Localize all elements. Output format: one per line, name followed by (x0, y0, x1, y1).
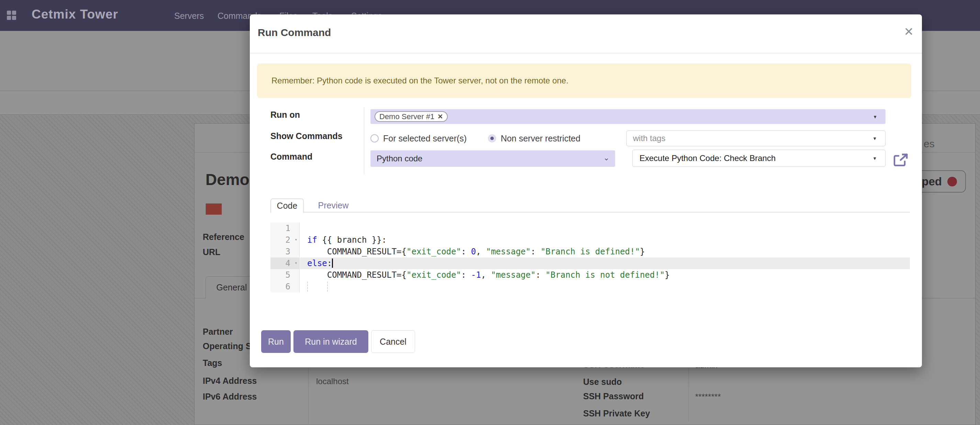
show-commands-radios: For selected server(s)Non server restric… (371, 130, 581, 146)
modal-title: Run Command (258, 27, 331, 38)
code-text: else: (307, 258, 333, 268)
editor-gutter: 3 (270, 246, 300, 257)
cancel-button[interactable]: Cancel (371, 330, 415, 353)
fold-arrow-icon[interactable]: ▾ (295, 260, 297, 265)
line-number: 2 (286, 235, 290, 245)
line-number: 3 (286, 247, 290, 257)
with-tags-select[interactable]: with tags ▼ (627, 130, 886, 146)
line-number: 6 (286, 282, 290, 292)
editor-gutter: 4▾ (270, 257, 300, 269)
command-select[interactable]: Execute Python Code: Check Branch ▼ (632, 150, 886, 167)
chevron-down-icon: ▼ (872, 156, 877, 161)
fold-arrow-icon[interactable]: ▾ (295, 237, 297, 242)
modal-tabs: Code Preview (270, 198, 910, 212)
code-text: COMMAND_RESULT={"exit_code": -1, "messag… (307, 270, 670, 280)
run-on-field[interactable]: Demo Server #1✕ ▼ (371, 109, 886, 124)
tab-code[interactable]: Code (270, 198, 304, 213)
warning-alert: Remember: Python code is executed on the… (257, 63, 911, 98)
line-number: 5 (286, 270, 290, 280)
tab-preview[interactable]: Preview (314, 198, 352, 212)
line-number: 1 (286, 224, 290, 233)
brand-title[interactable]: Cetmix Tower (32, 7, 118, 22)
code-line[interactable]: 3 COMMAND_RESULT={"exit_code": 0, "messa… (270, 246, 910, 257)
chevron-down-icon: ▼ (873, 114, 877, 119)
show-commands-label: Show Commands (270, 131, 343, 141)
run-in-wizard-button[interactable]: Run in wizard (293, 330, 368, 353)
line-number: 4 (286, 258, 290, 268)
code-line[interactable]: 1 (270, 222, 910, 234)
run-on-label: Run on (270, 110, 300, 120)
server-tag[interactable]: Demo Server #1✕ (375, 111, 448, 122)
code-line[interactable]: 6 (270, 281, 910, 292)
run-button[interactable]: Run (261, 330, 291, 353)
command-type-select[interactable]: Python code ⌄ (371, 151, 615, 167)
chevron-down-icon: ▼ (872, 136, 877, 141)
code-text: if {{ branch }}: (307, 235, 387, 245)
screen: Servers / Demo Server #1 Edit Create </>… (0, 0, 980, 425)
editor-gutter: 5 (270, 269, 300, 281)
editor-gutter: 2▾ (270, 234, 300, 246)
code-line[interactable]: 4▾else: (270, 257, 910, 269)
nav-item-servers[interactable]: Servers (174, 11, 204, 21)
tag-remove-icon[interactable]: ✕ (438, 113, 443, 121)
code-editor[interactable]: 12▾if {{ branch }}:3 COMMAND_RESULT={"ex… (270, 222, 910, 292)
editor-cursor (332, 258, 333, 268)
command-label: Command (270, 152, 312, 162)
editor-gutter: 6 (270, 281, 300, 292)
editor-gutter: 1 (270, 222, 300, 234)
code-line[interactable]: 5 COMMAND_RESULT={"exit_code": -1, "mess… (270, 269, 910, 281)
radio-label: For selected server(s) (383, 133, 467, 143)
code-text: COMMAND_RESULT={"exit_code": 0, "message… (307, 247, 645, 257)
radio-for-selected-servers[interactable] (371, 134, 379, 143)
radio-non-server-restricted[interactable] (488, 134, 496, 143)
chevron-down-icon: ⌄ (603, 154, 609, 162)
close-icon[interactable]: ✕ (904, 25, 914, 38)
apps-menu-icon[interactable] (7, 11, 16, 20)
code-line[interactable]: 2▾if {{ branch }}: (270, 234, 910, 246)
run-command-modal: Run Command ✕ Remember: Python code is e… (250, 14, 922, 367)
radio-label: Non server restricted (501, 133, 581, 143)
external-link-icon[interactable] (893, 153, 909, 167)
modal-header-border (250, 53, 922, 54)
